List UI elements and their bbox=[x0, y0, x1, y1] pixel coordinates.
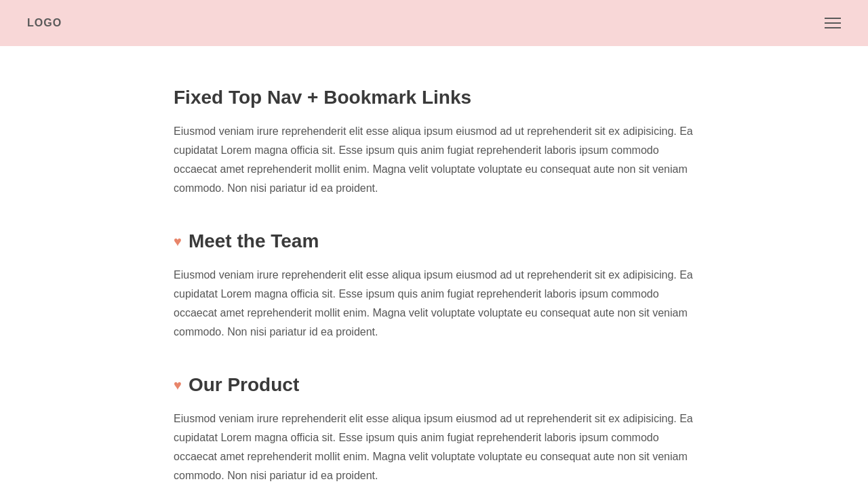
section-title-text-meet-the-team: Meet the Team bbox=[189, 230, 319, 252]
hamburger-line-1 bbox=[825, 18, 841, 19]
section-title-meet-the-team: ♥ Meet the Team bbox=[174, 230, 694, 252]
section-body-our-product: Eiusmod veniam irure reprehenderit elit … bbox=[174, 409, 694, 485]
content-inner: Fixed Top Nav + Bookmark Links Eiusmod v… bbox=[0, 87, 868, 485]
logo: LOGO bbox=[27, 17, 62, 29]
section-fixed-top-nav: Fixed Top Nav + Bookmark Links Eiusmod v… bbox=[174, 87, 694, 198]
hamburger-line-3 bbox=[825, 27, 841, 28]
section-body-meet-the-team: Eiusmod veniam irure reprehenderit elit … bbox=[174, 266, 694, 342]
main-content: Fixed Top Nav + Bookmark Links Eiusmod v… bbox=[0, 46, 868, 488]
section-title-fixed-top-nav: Fixed Top Nav + Bookmark Links bbox=[174, 87, 694, 108]
section-title-text-our-product: Our Product bbox=[189, 374, 299, 396]
hamburger-menu-button[interactable] bbox=[825, 18, 841, 28]
top-nav: LOGO bbox=[0, 0, 868, 46]
hamburger-line-2 bbox=[825, 22, 841, 24]
heart-icon: ♥ bbox=[174, 234, 182, 249]
section-meet-the-team: ♥ Meet the Team Eiusmod veniam irure rep… bbox=[174, 230, 694, 342]
section-body-fixed-top-nav: Eiusmod veniam irure reprehenderit elit … bbox=[174, 122, 694, 198]
section-our-product: ♥ Our Product Eiusmod veniam irure repre… bbox=[174, 374, 694, 485]
section-title-our-product: ♥ Our Product bbox=[174, 374, 694, 396]
heart-icon-2: ♥ bbox=[174, 378, 182, 393]
